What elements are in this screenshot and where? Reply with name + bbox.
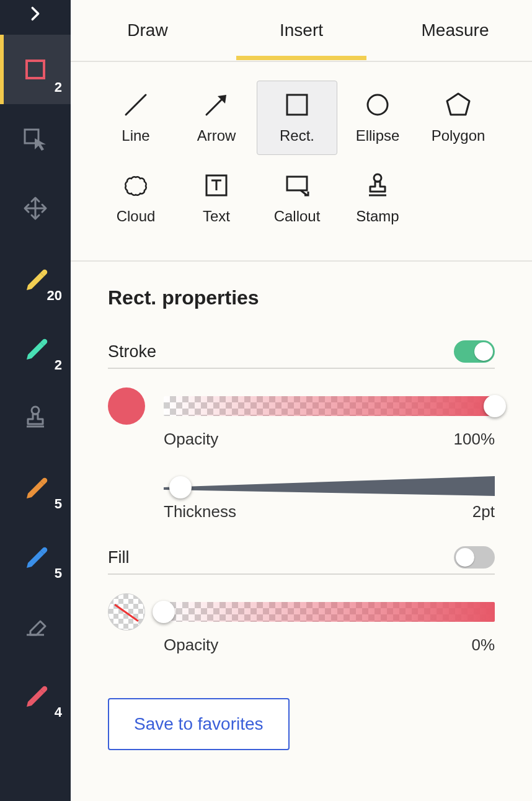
shape-label: Callout [274,208,321,225]
sidebar-pen-red[interactable]: 4 [0,660,71,729]
stroke-opacity-label: Opacity [164,430,218,449]
stroke-label: Stroke [108,342,156,361]
shape-polygon[interactable]: Polygon [418,81,499,155]
sidebar-pen-blue[interactable]: 5 [0,521,71,590]
eraser-icon [22,611,49,639]
badge: 5 [55,496,62,512]
badge: 2 [55,357,62,373]
polygon-icon [445,91,472,118]
fill-color-swatch[interactable] [108,593,145,631]
svg-marker-5 [447,94,469,115]
shape-label: Rect. [280,127,314,144]
divider [108,573,495,575]
shape-label: Ellipse [356,127,400,144]
rect-icon [23,57,48,82]
main-panel: Draw Insert Measure Line Arrow Rect. Ell… [71,0,532,801]
stamp-icon [22,403,49,430]
svg-rect-0 [27,61,44,78]
pen-icon [22,542,49,569]
stroke-opacity-value: 100% [454,430,495,449]
sidebar-pen-yellow[interactable]: 20 [0,243,71,312]
stroke-thickness-label: Thickness [164,502,236,521]
shape-line[interactable]: Line [95,81,176,155]
move-arrows-icon [22,195,49,222]
stroke-thickness-value: 2pt [472,502,495,521]
shape-text[interactable]: Text [176,161,257,236]
shape-arrow[interactable]: Arrow [176,81,257,155]
select-shape-icon [21,125,50,153]
shape-label: Text [203,208,230,225]
svg-point-4 [368,95,388,115]
badge: 5 [55,565,62,582]
shape-label: Line [122,127,149,144]
sidebar-eraser-tool[interactable] [0,590,71,660]
ellipse-icon [364,91,391,118]
sidebar-move-tool[interactable] [0,174,71,243]
pen-icon [22,472,49,500]
fill-toggle[interactable] [454,546,495,569]
shape-label: Arrow [197,127,236,144]
chevron-right-icon [27,5,44,22]
arrow-icon [203,91,230,118]
stroke-thickness-slider[interactable] [164,474,495,498]
sidebar-expand[interactable] [0,0,71,35]
properties-panel: Rect. properties Stroke Opacity 100% [71,262,532,750]
svg-rect-7 [287,177,307,190]
stroke-color-swatch[interactable] [108,387,145,425]
properties-title: Rect. properties [108,286,495,309]
pen-icon [22,264,49,291]
sidebar-select-tool[interactable] [0,104,71,174]
rect-icon [283,91,311,118]
pen-icon [22,334,49,361]
sidebar-pen-teal[interactable]: 2 [0,312,71,382]
sidebar-stamp-tool[interactable] [0,382,71,451]
cloud-icon [122,172,149,199]
badge: 20 [47,288,62,304]
shape-label: Polygon [432,127,485,144]
tabs: Draw Insert Measure [71,0,532,62]
sidebar: 2 20 2 [0,0,71,801]
shape-rect[interactable]: Rect. [257,81,337,155]
shape-ellipse[interactable]: Ellipse [337,81,418,155]
svg-marker-9 [164,476,495,496]
stroke-opacity-slider[interactable] [164,396,495,416]
text-icon [203,172,230,199]
svg-rect-3 [287,95,307,115]
sidebar-pen-orange[interactable]: 5 [0,451,71,521]
sidebar-rect-tool[interactable]: 2 [0,35,71,104]
divider [108,368,495,369]
fill-opacity-label: Opacity [164,635,218,655]
fill-opacity-value: 0% [471,635,495,655]
shapes-grid: Line Arrow Rect. Ellipse Polygon Cloud [71,62,532,260]
fill-opacity-slider[interactable] [164,602,495,622]
shape-callout[interactable]: Callout [257,161,337,236]
save-to-favorites-button[interactable]: Save to favorites [108,698,290,750]
tab-draw[interactable]: Draw [71,2,224,59]
badge: 2 [55,79,62,95]
shape-label: Cloud [117,208,156,225]
callout-icon [283,172,311,199]
tab-insert[interactable]: Insert [224,2,378,59]
shape-label: Stamp [356,208,399,225]
pen-icon [22,681,49,708]
svg-point-2 [32,407,39,414]
stamp-icon [364,172,391,199]
stroke-toggle[interactable] [454,340,495,363]
shape-cloud[interactable]: Cloud [95,161,176,236]
svg-point-8 [374,174,381,182]
shape-stamp[interactable]: Stamp [337,161,418,236]
fill-label: Fill [108,548,130,567]
tab-measure[interactable]: Measure [378,2,532,59]
line-icon [122,91,149,118]
badge: 4 [55,704,62,720]
